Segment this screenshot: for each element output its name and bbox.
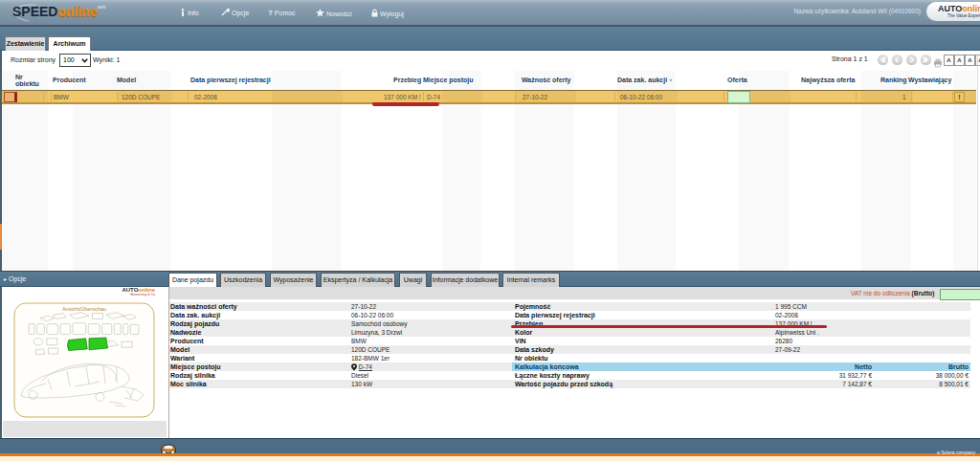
- svg-text:Ansicht/Überschau: Ansicht/Überschau: [62, 306, 106, 312]
